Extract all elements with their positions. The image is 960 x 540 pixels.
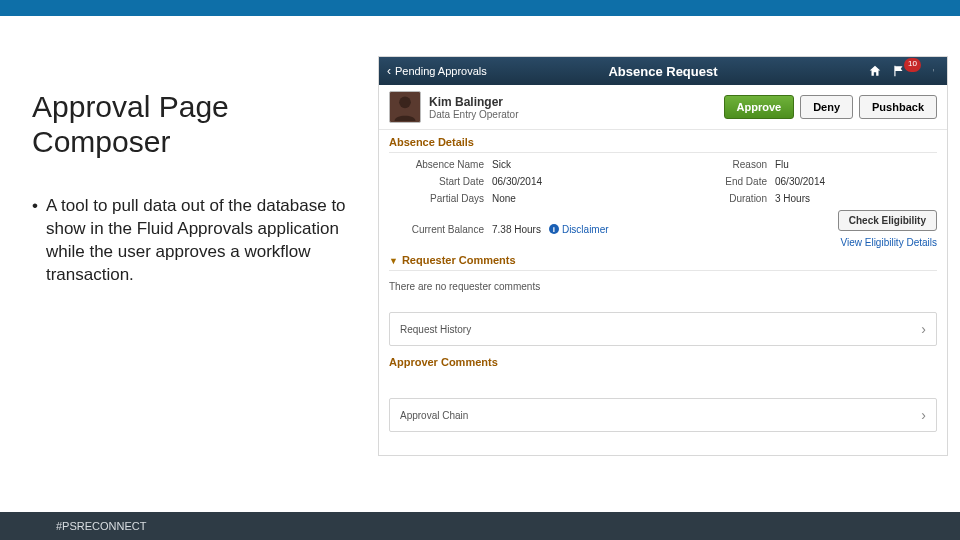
svg-point-0 bbox=[933, 69, 934, 70]
info-icon: i bbox=[549, 224, 559, 234]
approval-chain-label: Approval Chain bbox=[400, 410, 468, 421]
current-balance-value: 7.38 Hours bbox=[492, 224, 541, 235]
duration-value: 3 Hours bbox=[775, 193, 810, 204]
app-screenshot: ‹ Pending Approvals Absence Request 10 K… bbox=[378, 56, 948, 456]
disclaimer-text: Disclaimer bbox=[562, 224, 609, 235]
svg-point-2 bbox=[933, 71, 934, 72]
approver-comments-heading: Approver Comments bbox=[389, 356, 937, 372]
avatar bbox=[389, 91, 421, 123]
reason-value: Flu bbox=[775, 159, 789, 170]
back-label: Pending Approvals bbox=[395, 65, 487, 77]
pushback-button[interactable]: Pushback bbox=[859, 95, 937, 119]
notifications-icon[interactable]: 10 bbox=[892, 64, 923, 78]
bullet-icon: • bbox=[32, 195, 38, 287]
requester-comments-empty: There are no requester comments bbox=[389, 277, 937, 302]
employee-name: Kim Balinger bbox=[429, 95, 518, 109]
duration-label: Duration bbox=[672, 193, 767, 204]
app-header-bar: ‹ Pending Approvals Absence Request 10 bbox=[379, 57, 947, 85]
view-eligibility-link[interactable]: View Eligibility Details bbox=[840, 237, 937, 248]
collapse-icon[interactable]: ▼ bbox=[389, 256, 398, 266]
bullet-text: A tool to pull data out of the database … bbox=[46, 195, 362, 287]
deny-button[interactable]: Deny bbox=[800, 95, 853, 119]
disclaimer-link[interactable]: i Disclaimer bbox=[549, 224, 609, 235]
slide-bullet: • A tool to pull data out of the databas… bbox=[32, 195, 362, 287]
approval-chain-row[interactable]: Approval Chain › bbox=[389, 398, 937, 432]
footer-hashtag: #PSRECONNECT bbox=[56, 520, 146, 532]
start-date-label: Start Date bbox=[389, 176, 484, 187]
request-history-row[interactable]: Request History › bbox=[389, 312, 937, 346]
current-balance-label: Current Balance bbox=[389, 224, 484, 235]
back-button[interactable]: ‹ Pending Approvals bbox=[379, 64, 495, 78]
request-history-label: Request History bbox=[400, 324, 471, 335]
absence-details-heading: Absence Details bbox=[389, 136, 937, 153]
absence-name-label: Absence Name bbox=[389, 159, 484, 170]
slide-top-bar bbox=[0, 0, 960, 16]
approve-button[interactable]: Approve bbox=[724, 95, 795, 119]
end-date-value: 06/30/2014 bbox=[775, 176, 825, 187]
chevron-left-icon: ‹ bbox=[387, 64, 391, 78]
employee-role: Data Entry Operator bbox=[429, 109, 518, 120]
slide-footer: #PSRECONNECT bbox=[0, 512, 960, 540]
slide-title-line2: Composer bbox=[32, 125, 170, 158]
slide-title: Approval Page Composer bbox=[32, 90, 362, 159]
slide-title-line1: Approval Page bbox=[32, 90, 229, 123]
requester-comments-heading: ▼Requester Comments bbox=[389, 254, 937, 271]
home-icon[interactable] bbox=[868, 64, 882, 78]
chevron-right-icon: › bbox=[921, 407, 926, 423]
absence-name-value: Sick bbox=[492, 159, 511, 170]
employee-header: Kim Balinger Data Entry Operator Approve… bbox=[379, 85, 947, 130]
partial-days-label: Partial Days bbox=[389, 193, 484, 204]
partial-days-value: None bbox=[492, 193, 516, 204]
check-eligibility-button[interactable]: Check Eligibility bbox=[838, 210, 937, 231]
end-date-label: End Date bbox=[672, 176, 767, 187]
start-date-value: 06/30/2014 bbox=[492, 176, 542, 187]
notification-badge: 10 bbox=[904, 58, 921, 72]
menu-icon[interactable] bbox=[933, 64, 937, 78]
chevron-right-icon: › bbox=[921, 321, 926, 337]
svg-point-1 bbox=[933, 70, 934, 71]
reason-label: Reason bbox=[672, 159, 767, 170]
svg-point-3 bbox=[399, 97, 411, 109]
